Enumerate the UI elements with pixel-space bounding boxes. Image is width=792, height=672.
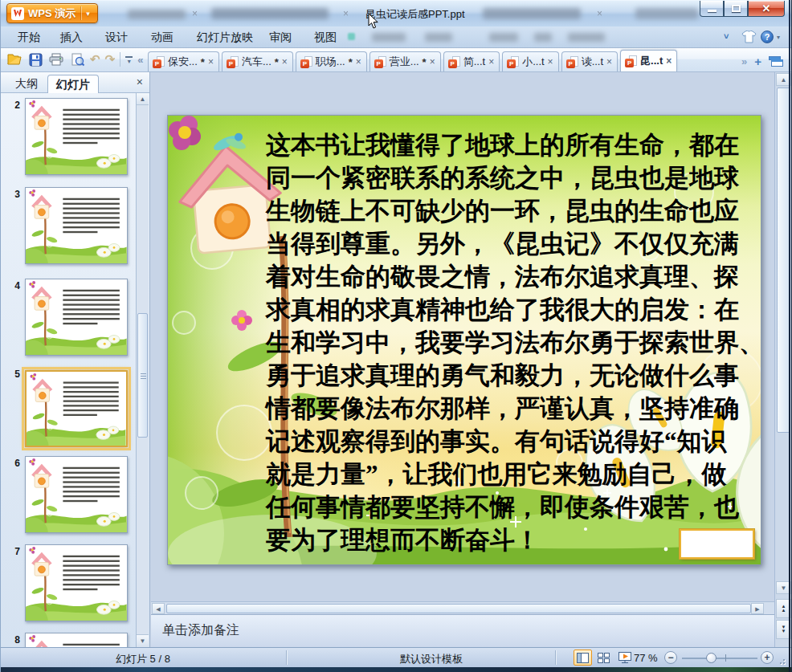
doc-tab-kun-active[interactable]: P 昆...t × [620, 50, 677, 71]
active-document-title[interactable]: 昆虫记读后感PPT.ppt [365, 7, 465, 22]
scrollbar-thumb[interactable] [137, 313, 148, 438]
slide-thumbnail-5-selected[interactable]: 5 [1, 367, 136, 447]
resize-grip[interactable] [777, 656, 785, 664]
background-window-tab[interactable] [635, 8, 698, 19]
collapse-ribbon-icon[interactable]: ˅ [724, 31, 729, 41]
background-window-tab[interactable] [128, 10, 186, 19]
close-panel-icon[interactable]: × [137, 75, 143, 88]
template-name[interactable]: 默认设计模板 [400, 652, 463, 666]
maximize-button[interactable] [724, 1, 748, 17]
undo-icon[interactable]: ↶ [90, 52, 100, 67]
slide-body-text[interactable]: 这本书让我懂得了地球上的所有生命，都在 同一个紧密联系的系统之中，昆虫也是地球 … [266, 128, 761, 556]
slide-number: 7 [4, 546, 20, 557]
slide-indicator: 幻灯片 5 / 8 [116, 652, 170, 666]
zoom-out-button[interactable]: − [664, 651, 677, 664]
thumbnail-image[interactable] [25, 456, 128, 533]
close-tab-icon[interactable]: × [666, 57, 672, 65]
doc-tab-xiao[interactable]: P 小...t × [502, 51, 558, 71]
scroll-left-icon[interactable]: ◀ [152, 603, 165, 614]
scroll-down-icon[interactable]: ▼ [137, 634, 149, 646]
close-tab-icon[interactable]: × [356, 58, 361, 66]
current-slide[interactable]: 这本书让我懂得了地球上的所有生命，都在 同一个紧密联系的系统之中，昆虫也是地球 … [167, 115, 761, 565]
slide-number: 3 [4, 189, 20, 200]
thumbnail-image[interactable] [25, 187, 128, 264]
menu-review[interactable]: 审阅 [269, 31, 292, 45]
scrollbar-thumb[interactable] [166, 604, 751, 613]
menu-insert[interactable]: 插入 [60, 31, 83, 45]
doc-tab-jian[interactable]: P 简...t × [443, 51, 500, 71]
doc-tab-du[interactable]: P 读...t × [561, 51, 618, 71]
notes-pane[interactable]: 单击添加备注 [151, 614, 774, 647]
scroll-tabs-right-icon[interactable]: » [741, 55, 747, 67]
tab-close-icon[interactable]: × [343, 8, 349, 19]
menu-design[interactable]: 设计 [105, 31, 128, 45]
zoom-slider-handle[interactable] [706, 653, 716, 663]
background-window-tab[interactable] [211, 8, 329, 19]
close-tab-icon[interactable]: × [606, 58, 612, 66]
doc-tab-baoan[interactable]: P 保安... * × [148, 51, 219, 71]
doc-tab-yingye[interactable]: P 营业... * × [369, 51, 441, 71]
toolbar-options-icon[interactable]: ▾ [125, 56, 133, 63]
thumbnail-image[interactable] [25, 544, 128, 621]
slide-number-placeholder[interactable] [680, 529, 754, 559]
doc-tab-qiche[interactable]: P 汽车... * × [222, 51, 293, 71]
divider [81, 6, 82, 20]
scroll-up-icon[interactable]: ▲ [137, 93, 149, 105]
thumbnail-image[interactable] [25, 98, 128, 175]
slide-thumbnail-3[interactable]: 3 [1, 187, 136, 267]
menu-animation[interactable]: 动画 [151, 31, 174, 45]
notes-placeholder[interactable]: 单击添加备注 [162, 622, 239, 639]
close-tab-icon[interactable]: × [430, 58, 435, 66]
divider [555, 650, 556, 665]
close-tab-icon[interactable]: × [208, 58, 214, 66]
doc-tab-zhichang[interactable]: P 职场... * × [296, 51, 367, 71]
close-tab-icon[interactable]: × [488, 58, 494, 66]
new-window-icon[interactable] [769, 56, 783, 67]
close-tab-icon[interactable]: × [282, 58, 288, 66]
tab-close-icon[interactable]: × [597, 8, 602, 19]
zoom-slider-track[interactable] [682, 658, 757, 659]
slide-sorter-view-button[interactable] [594, 650, 613, 666]
menu-home[interactable]: 开始 [18, 31, 40, 45]
thumbnail-image[interactable] [25, 279, 128, 356]
thumbnail-image[interactable] [25, 633, 128, 647]
zoom-in-button[interactable]: + [761, 651, 774, 664]
minimize-button[interactable] [700, 1, 724, 17]
slide-thumbnail-6[interactable]: 6 [1, 456, 136, 536]
menu-slideshow[interactable]: 幻灯片放映 [197, 31, 253, 45]
menu-view[interactable]: 视图 [314, 31, 337, 45]
sidebar-scrollbar[interactable]: ▲ ▼ [136, 93, 149, 647]
zoom-level: 77 % [634, 652, 658, 664]
modified-flag: * [349, 56, 353, 68]
slide-thumbnail-4[interactable]: 4 [1, 279, 136, 359]
background-window-tab[interactable] [483, 8, 581, 19]
help-dropdown-icon[interactable]: ▾ [777, 34, 780, 41]
help-icon[interactable]: ? [761, 31, 774, 43]
thumbnail-image[interactable] [25, 370, 128, 447]
skin-tshirt-icon[interactable] [741, 31, 757, 47]
open-file-icon[interactable] [6, 51, 22, 67]
menubar: 开始 插入 设计 动画 幻灯片放映 审阅 视图 ˅ ? ▾ [1, 26, 791, 48]
save-icon[interactable] [27, 51, 43, 67]
print-icon[interactable] [48, 51, 64, 67]
slide-thumbnail-2[interactable]: 2 [1, 98, 136, 178]
normal-view-button[interactable] [574, 650, 592, 666]
slide-canvas[interactable]: 这本书让我懂得了地球上的所有生命，都在 同一个紧密联系的系统之中，昆虫也是地球 … [151, 72, 774, 601]
scroll-tabs-left-icon[interactable]: « [137, 54, 143, 66]
tab-close-icon[interactable]: × [192, 8, 198, 19]
redo-icon[interactable]: ↷ [105, 52, 116, 67]
new-document-icon[interactable]: + [754, 56, 761, 67]
slide-thumbnail-7[interactable]: 7 [1, 544, 136, 625]
tab-slides[interactable]: 幻灯片 [47, 75, 99, 93]
slide-thumbnail-8[interactable]: 8 [1, 633, 136, 647]
wps-app-button[interactable]: WPS 演示 ▾ [6, 3, 98, 23]
slideshow-view-button[interactable] [615, 650, 634, 666]
close-button[interactable]: ✕ [748, 1, 785, 17]
chevron-down-icon[interactable]: ▾ [86, 10, 90, 18]
doc-tab-label: 职场... [316, 55, 345, 69]
horizontal-scrollbar[interactable]: ◀ ▶ [151, 601, 774, 614]
scroll-right-icon[interactable]: ▶ [751, 603, 764, 614]
tab-outline[interactable]: 大纲 [7, 75, 46, 93]
print-preview-icon[interactable] [69, 51, 85, 67]
close-tab-icon[interactable]: × [548, 58, 553, 66]
